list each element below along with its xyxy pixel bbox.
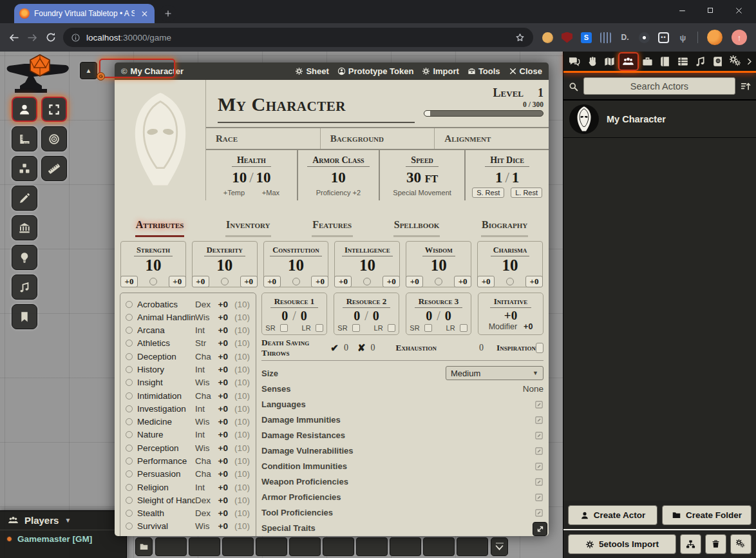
ability-dexterity[interactable]: Dexterity10+0+0 <box>192 241 258 287</box>
camera-extension[interactable] <box>639 32 650 43</box>
proficiency-radio[interactable] <box>126 379 133 386</box>
lr-checkbox[interactable] <box>316 324 323 332</box>
create-folder-button[interactable]: Create Folder <box>662 505 751 525</box>
foundry-anvil-logo[interactable] <box>5 54 73 98</box>
proficiency-radio[interactable] <box>126 405 133 412</box>
ability-score[interactable]: 10 <box>478 257 542 273</box>
macro-slot[interactable] <box>189 537 220 556</box>
race-field[interactable]: Race <box>206 128 321 149</box>
tab-close-icon[interactable] <box>139 8 149 19</box>
sidebar-tab-actors[interactable] <box>618 52 638 71</box>
death-failure-icon[interactable]: ✘ <box>357 342 366 354</box>
maximize-icon[interactable] <box>703 3 717 17</box>
window-resize-handle[interactable] <box>533 522 547 536</box>
ability-score[interactable]: 10 <box>193 257 257 273</box>
wall-controls[interactable] <box>12 215 37 240</box>
ability-modifier[interactable]: +0 <box>334 276 352 287</box>
configure-button[interactable] <box>730 534 751 554</box>
macro-slot[interactable] <box>356 537 388 556</box>
sidebar-tab-chat[interactable] <box>565 52 583 71</box>
tab-inventory[interactable]: Inventory <box>222 219 274 237</box>
xp-value[interactable]: 0 / 300 <box>424 101 543 108</box>
ability-score[interactable]: 10 <box>264 257 328 273</box>
resource-max[interactable]: 0 <box>301 309 307 323</box>
search-actors-input[interactable]: Search Actors <box>583 77 735 95</box>
page-up-icon[interactable] <box>496 543 504 544</box>
sr-checkbox[interactable] <box>352 324 360 332</box>
initiative-block[interactable]: Initiative+0Modifier+0 <box>478 293 543 335</box>
players-header[interactable]: Players ▼ <box>0 511 126 530</box>
profile-avatar[interactable] <box>706 29 723 46</box>
edit-trait-button[interactable] <box>534 460 543 472</box>
resource-value[interactable]: 0 <box>354 309 360 323</box>
skill-row[interactable]: AcrobaticsDex+0(10) <box>126 298 250 311</box>
sidebar-tab-tables[interactable] <box>674 52 691 71</box>
window-header[interactable]: © My Character SheetPrototype TokenImpor… <box>115 63 549 80</box>
skill-row[interactable]: Sleight of HandDex+0(10) <box>126 494 250 506</box>
macro-slot[interactable] <box>423 537 455 556</box>
lr-checkbox[interactable] <box>460 324 468 332</box>
skill-row[interactable]: NatureInt+0(10) <box>126 428 250 441</box>
proficiency-radio[interactable] <box>126 366 133 373</box>
armor-class-block[interactable]: Armor Class 10 Proficiency +2 <box>298 150 380 200</box>
temp-hp-label[interactable]: +Temp <box>223 189 245 197</box>
ability-constitution[interactable]: Constitution10+0+0 <box>263 241 329 287</box>
sidebar-tab-journal[interactable] <box>656 52 674 71</box>
resource-1-block[interactable]: Resource 10/0SRLR <box>261 293 327 335</box>
macro-slot[interactable] <box>323 537 354 556</box>
death-success-icon[interactable]: ✔ <box>330 342 339 354</box>
new-tab-button[interactable] <box>160 5 176 22</box>
proficiency-toggle[interactable] <box>149 278 157 285</box>
ability-strength[interactable]: Strength10+0+0 <box>120 241 186 287</box>
initiative-modifier[interactable]: Modifier+0 <box>478 322 543 331</box>
macro-slot[interactable] <box>390 537 421 556</box>
resource-2-block[interactable]: Resource 20/0SRLR <box>334 293 399 335</box>
proficiency-radio[interactable] <box>126 340 133 347</box>
tools-button[interactable]: Tools <box>468 66 500 76</box>
skill-row[interactable]: SurvivalWis+0(10) <box>126 520 250 533</box>
resource-value[interactable]: 0 <box>281 309 288 323</box>
macro-slot[interactable] <box>155 537 187 556</box>
drawing-controls[interactable] <box>12 186 37 211</box>
proficiency-radio[interactable] <box>126 301 133 308</box>
resource-max[interactable]: 0 <box>373 309 379 323</box>
prototype-token-button[interactable]: Prototype Token <box>337 66 414 76</box>
player-row[interactable]: Gamemaster [GM] <box>0 530 126 548</box>
sound-controls[interactable] <box>12 274 37 300</box>
sheet-button[interactable]: Sheet <box>295 66 328 76</box>
saving-throw-modifier[interactable]: +0 <box>525 276 543 287</box>
saving-throw-modifier[interactable]: +0 <box>383 276 400 287</box>
proficiency-toggle[interactable] <box>506 278 514 285</box>
proficiency-radio[interactable] <box>126 484 133 491</box>
ability-modifier[interactable]: +0 <box>477 276 495 287</box>
sidebar-tab-items[interactable] <box>639 52 656 71</box>
proficiency-radio[interactable] <box>126 327 133 334</box>
measure-tool[interactable] <box>41 156 67 181</box>
ability-wisdom[interactable]: Wisdom10+0+0 <box>406 241 471 287</box>
browser-tab[interactable]: Foundry Virtual Tabletop • A Stan <box>14 4 155 23</box>
tab-features[interactable]: Features <box>308 219 355 237</box>
cookie-extension[interactable] <box>542 32 553 43</box>
sidebar-tab-collapse[interactable] <box>744 52 754 71</box>
grid-extension[interactable] <box>600 32 611 43</box>
box-extension[interactable]: •• <box>658 32 669 43</box>
alignment-field[interactable]: Alignment <box>435 128 549 149</box>
skill-row[interactable]: ArcanaInt+0(10) <box>126 324 250 337</box>
tab-biography[interactable]: Biography <box>478 219 531 237</box>
proficiency-radio[interactable] <box>126 457 133 465</box>
ability-modifier[interactable]: +0 <box>192 276 209 287</box>
proficiency-radio[interactable] <box>126 445 133 452</box>
short-rest-button[interactable]: S. Rest <box>472 188 504 198</box>
max-hp-label[interactable]: +Max <box>262 189 279 197</box>
character-name[interactable]: My Character <box>218 86 415 123</box>
d-extension[interactable]: D. <box>619 32 630 43</box>
proficiency-radio[interactable] <box>126 392 133 399</box>
edit-trait-button[interactable] <box>534 429 543 441</box>
proficiency-toggle[interactable] <box>363 278 371 285</box>
saving-throw-modifier[interactable]: +0 <box>311 276 328 287</box>
sidebar-tab-compendium[interactable] <box>709 52 726 71</box>
note-controls[interactable] <box>12 304 37 329</box>
actor-list-item[interactable]: My Character <box>563 101 756 138</box>
skill-row[interactable]: InvestigationInt+0(10) <box>126 402 250 415</box>
edit-trait-button[interactable] <box>534 506 543 518</box>
